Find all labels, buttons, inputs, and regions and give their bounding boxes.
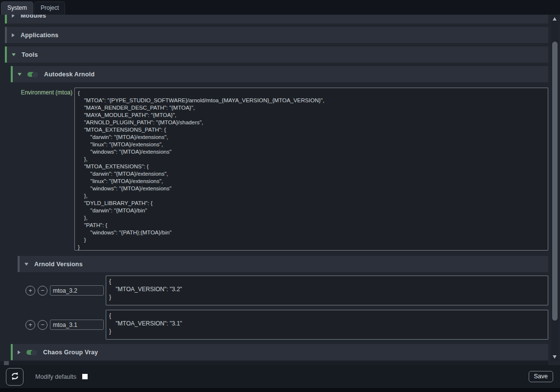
section-title-arnold-versions: Arnold Versions (34, 261, 83, 268)
refresh-button[interactable] (6, 368, 23, 386)
add-version-button[interactable]: + (25, 320, 35, 330)
version-key-input[interactable] (50, 320, 104, 330)
plus-icon: + (28, 321, 32, 328)
refresh-icon (10, 371, 20, 382)
version-row: + − { "MTOA_VERSION": "3.2" } (25, 276, 548, 305)
chevron-right-icon (12, 33, 15, 37)
section-header-chaos-group-vray[interactable]: Chaos Group Vray (11, 344, 548, 360)
version-json-editor[interactable]: { "MTOA_VERSION": "3.2" } (106, 276, 548, 305)
horizontal-scrollbar[interactable] (0, 361, 548, 365)
tab-system-label: System (7, 4, 27, 11)
chevron-down-icon (12, 53, 16, 56)
scroll-up-arrow-icon[interactable] (553, 17, 557, 21)
section-header-autodesk-arnold[interactable]: Autodesk Arnold (11, 66, 548, 82)
version-json-editor[interactable]: { "MTOA_VERSION": "3.1" } (106, 310, 548, 340)
chevron-down-icon (18, 73, 22, 76)
section-title-chaos-group-vray: Chaos Group Vray (43, 349, 98, 356)
section-header-tools[interactable]: Tools (5, 46, 548, 63)
add-version-button[interactable]: + (25, 286, 35, 296)
tab-project-label: Project (41, 4, 59, 11)
environment-row: Environment (mtoa) { "MTOA": "{PYPE_STUD… (5, 88, 548, 251)
remove-version-button[interactable]: − (38, 320, 47, 330)
vray-enabled-toggle[interactable] (26, 350, 37, 355)
section-header-modules[interactable]: Modules (5, 15, 548, 23)
version-key-input[interactable] (50, 285, 104, 296)
chevron-down-icon (24, 263, 28, 266)
vertical-scrollbar[interactable] (551, 15, 559, 361)
save-button[interactable]: Save (529, 371, 554, 382)
vertical-scrollbar-thumb[interactable] (552, 42, 558, 321)
footer-bar: Modify defaults Save (0, 365, 560, 388)
remove-version-button[interactable]: − (38, 286, 47, 296)
section-header-applications[interactable]: Applications (5, 27, 548, 43)
tab-bar: System Project (0, 0, 560, 15)
modify-defaults-label: Modify defaults (35, 373, 76, 380)
section-title-modules: Modules (21, 15, 46, 19)
plus-icon: + (28, 287, 32, 294)
minus-icon: − (41, 321, 45, 328)
section-title-applications: Applications (21, 32, 58, 39)
window-bottom-edge (0, 388, 560, 392)
chevron-right-icon (18, 350, 21, 354)
arnold-enabled-toggle[interactable] (27, 72, 38, 77)
version-row: + − { "MTOA_VERSION": "3.1" } (25, 310, 548, 340)
section-title-tools: Tools (22, 51, 38, 58)
modify-defaults-checkbox[interactable] (82, 374, 88, 379)
horizontal-scrollbar-thumb[interactable] (4, 361, 9, 365)
environment-label: Environment (mtoa) (5, 88, 72, 96)
environment-json-editor[interactable]: { "MTOA": "{PYPE_STUDIO_SOFTWARE}/arnold… (74, 88, 548, 251)
minus-icon: − (41, 287, 45, 294)
settings-scroll-area: Modules Applications Tools Autodesk Arno… (0, 15, 560, 365)
section-header-arnold-versions[interactable]: Arnold Versions (18, 256, 548, 272)
scroll-down-arrow-icon[interactable] (553, 355, 557, 359)
chevron-right-icon (12, 15, 15, 18)
section-title-autodesk-arnold: Autodesk Arnold (44, 71, 94, 78)
tab-system[interactable]: System (1, 1, 33, 15)
tab-project[interactable]: Project (34, 1, 65, 15)
